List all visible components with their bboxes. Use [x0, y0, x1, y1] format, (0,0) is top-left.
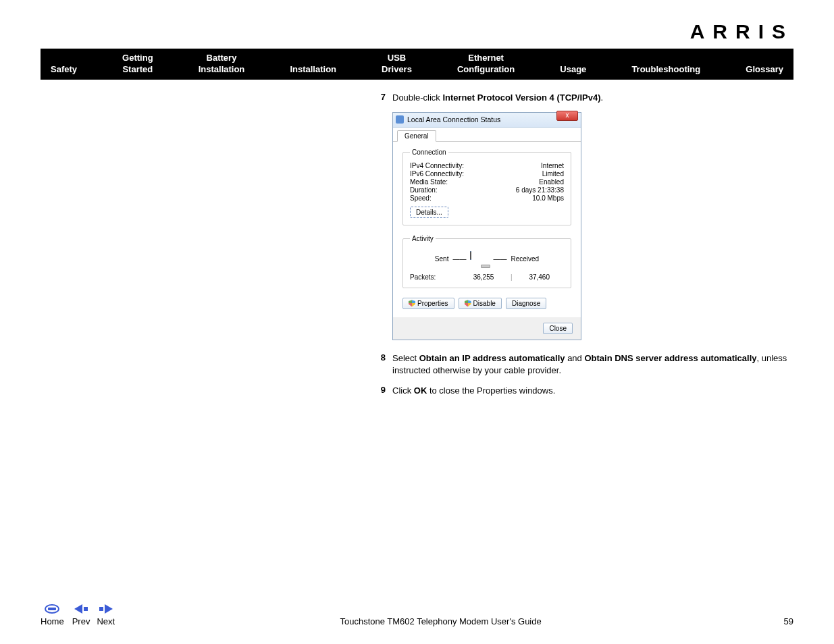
- divider: |: [508, 273, 515, 281]
- nav-label: Glossary: [746, 64, 783, 74]
- step-text: Select Obtain an IP address automaticall…: [392, 352, 793, 377]
- details-button[interactable]: Details...: [410, 207, 448, 218]
- page-footer: Home Prev Next Touchstone TM602 Telephon…: [41, 603, 793, 626]
- dash-icon: ——: [452, 255, 466, 263]
- tab-general[interactable]: General: [397, 130, 436, 142]
- text: to close the Properties windows.: [427, 385, 555, 396]
- step-8: 8 Select Obtain an IP address automatica…: [375, 352, 793, 377]
- prev-link[interactable]: Prev: [72, 603, 90, 626]
- value: 10.0 Mbps: [532, 194, 564, 202]
- button-label: Properties: [417, 300, 448, 307]
- text: Double-click: [392, 92, 442, 103]
- nav-getting-started[interactable]: GettingStarted: [122, 53, 153, 76]
- text-bold: Obtain an IP address automatically: [419, 353, 565, 363]
- nav-label: Troubleshooting: [631, 64, 700, 74]
- packets-sent-value: 36,255: [459, 273, 509, 281]
- close-button[interactable]: x: [556, 111, 578, 121]
- diagnose-button[interactable]: Diagnose: [506, 298, 546, 309]
- content-area: 7 Double-click Internet Protocol Version…: [41, 80, 793, 398]
- fieldset-legend: Connection: [410, 149, 448, 156]
- value: Limited: [542, 170, 564, 178]
- label: Duration:: [410, 186, 438, 194]
- nav-usb-drivers[interactable]: USBDrivers: [382, 53, 412, 76]
- received-label: Received: [511, 255, 539, 263]
- nav-glossary[interactable]: Glossary: [746, 53, 783, 76]
- packets-received-value: 37,460: [515, 273, 564, 281]
- arrow-stem: [99, 607, 103, 611]
- arrow-left-icon: [74, 604, 82, 614]
- nav-label: Battery: [207, 53, 237, 63]
- text-bold: Obtain DNS server address automatically: [584, 353, 756, 363]
- arrow-stem: [84, 607, 88, 611]
- monitor-icon: [470, 252, 489, 267]
- step-number: 9: [375, 385, 392, 397]
- text: Click: [392, 385, 414, 396]
- nav-usage[interactable]: Usage: [560, 53, 586, 76]
- fieldset-legend: Activity: [410, 235, 436, 242]
- nav-installation[interactable]: Installation: [290, 53, 336, 76]
- close-button[interactable]: Close: [543, 323, 573, 334]
- dialog-footer: Close: [393, 317, 581, 340]
- label: IPv6 Connectivity:: [410, 170, 464, 178]
- footer-label: Home: [41, 616, 64, 626]
- action-buttons: Properties Disable Diagnose: [402, 298, 571, 309]
- text: .: [600, 92, 603, 103]
- step-number: 8: [375, 352, 392, 377]
- activity-fieldset: Activity Sent —— —— Received Packets: 36…: [402, 235, 571, 288]
- disable-button[interactable]: Disable: [459, 298, 502, 309]
- tab-row: General: [393, 128, 581, 142]
- text-bold: Internet Protocol Version 4 (TCP/IPv4): [442, 92, 600, 103]
- home-icon: [45, 604, 59, 614]
- nav-label: Usage: [560, 64, 586, 74]
- connection-status-dialog: Local Area Connection Status x General C…: [392, 112, 581, 340]
- dialog-titlebar: Local Area Connection Status x: [393, 113, 581, 128]
- packets-label: Packets:: [410, 273, 459, 281]
- shield-icon: [465, 300, 471, 306]
- step-text: Double-click Internet Protocol Version 4…: [392, 92, 793, 104]
- nav-troubleshooting[interactable]: Troubleshooting: [631, 53, 700, 76]
- text: Select: [392, 353, 419, 363]
- footer-label: Next: [97, 616, 115, 626]
- home-link[interactable]: Home: [41, 603, 64, 626]
- nav-label: Getting: [122, 53, 153, 63]
- dialog-title: Local Area Connection Status: [407, 115, 578, 124]
- step-number: 7: [375, 92, 392, 104]
- text-bold: OK: [414, 385, 427, 396]
- properties-button[interactable]: Properties: [402, 298, 454, 309]
- value: Internet: [541, 162, 564, 169]
- nav-safety[interactable]: Safety: [51, 53, 77, 76]
- shield-icon: [409, 300, 415, 306]
- nav-label: Safety: [51, 64, 77, 74]
- nav-label: Configuration: [457, 64, 515, 74]
- nav-label: Ethernet: [468, 53, 504, 63]
- label: IPv4 Connectivity:: [410, 162, 464, 169]
- arrow-right-icon: [105, 604, 113, 614]
- nav-battery-installation[interactable]: BatteryInstallation: [199, 53, 245, 76]
- dash-icon: ——: [493, 255, 506, 263]
- dialog-pane: Connection IPv4 Connectivity:Internet IP…: [393, 142, 581, 317]
- value: Enabled: [539, 178, 564, 186]
- connection-fieldset: Connection IPv4 Connectivity:Internet IP…: [402, 149, 571, 225]
- label: Media State:: [410, 178, 448, 186]
- nav-label: Started: [122, 64, 153, 74]
- next-link[interactable]: Next: [97, 603, 115, 626]
- nav-label: Installation: [199, 64, 245, 74]
- document-title: Touchstone TM602 Telephony Modem User's …: [115, 616, 766, 626]
- button-label: Disable: [473, 300, 496, 307]
- network-icon: [396, 115, 404, 124]
- value: 6 days 21:33:38: [516, 186, 564, 194]
- brand-logo: ARRIS: [41, 20, 793, 43]
- text: and: [565, 353, 585, 363]
- nav-label: Installation: [290, 64, 336, 74]
- page-number: 59: [766, 616, 793, 626]
- footer-nav: Home Prev Next: [41, 603, 115, 626]
- nav-ethernet-config[interactable]: EthernetConfiguration: [457, 53, 515, 76]
- label: Speed:: [410, 194, 432, 202]
- step-9: 9 Click OK to close the Properties windo…: [375, 385, 793, 397]
- footer-label: Prev: [72, 616, 90, 626]
- nav-label: Drivers: [382, 64, 412, 74]
- step-7: 7 Double-click Internet Protocol Version…: [375, 92, 793, 104]
- step-text: Click OK to close the Properties windows…: [392, 385, 793, 397]
- nav-label: USB: [388, 53, 406, 63]
- sent-label: Sent: [435, 255, 449, 263]
